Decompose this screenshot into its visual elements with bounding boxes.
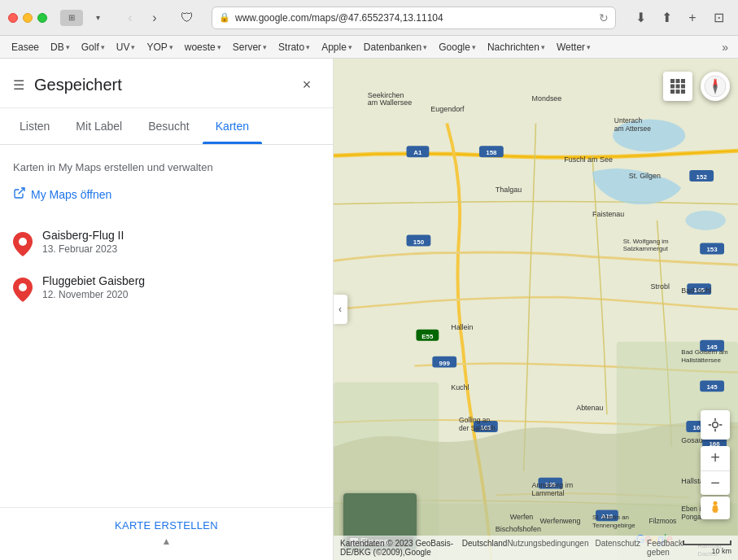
compass-icon: N xyxy=(704,75,727,98)
svg-rect-78 xyxy=(676,85,680,89)
bookmark-server-label: Server xyxy=(233,42,261,53)
svg-text:Golling an: Golling an xyxy=(459,416,490,424)
back-button[interactable]: ‹ xyxy=(119,7,142,29)
bookmark-easee-label: Easee xyxy=(11,42,39,53)
map-item-1-date: 13. Februar 2023 xyxy=(42,243,320,255)
address-bar[interactable]: 🔒 www.google.com/maps/@47.6552374,13.111… xyxy=(212,7,616,29)
svg-text:Bischofshofen: Bischofshofen xyxy=(496,525,541,533)
svg-text:A1: A1 xyxy=(413,149,422,156)
sidebar-tabs: Listen Mit Label Besucht Karten xyxy=(0,108,333,145)
sidebar-header: ☰ Gespeichert × xyxy=(0,59,333,108)
close-window-button[interactable] xyxy=(8,13,18,23)
svg-text:Thalgau: Thalgau xyxy=(496,186,522,194)
svg-text:158: 158 xyxy=(486,149,497,156)
bookmark-nachrichten[interactable]: Nachrichten ▾ xyxy=(483,40,550,55)
compass-button[interactable]: N xyxy=(701,72,730,101)
copyright-text: Kartendaten © 2023 GeoBasis-DE/BKG (©200… xyxy=(340,539,456,557)
bookmark-server[interactable]: Server ▾ xyxy=(228,40,272,55)
scale-text: 10 km xyxy=(711,547,731,555)
share-button[interactable]: ⬆ xyxy=(655,7,678,29)
terms-link[interactable]: Nutzungsbedingungen xyxy=(507,539,588,557)
bookmarks-bar: Easee DB ▾ Golf ▾ UV ▾ YOP ▾ woeste ▾ Se… xyxy=(0,36,738,59)
svg-text:152: 152 xyxy=(697,173,708,181)
tab-listen[interactable]: Listen xyxy=(7,108,63,144)
zoom-out-button[interactable]: − xyxy=(701,471,730,496)
bookmark-db[interactable]: DB ▾ xyxy=(46,40,75,55)
svg-rect-76 xyxy=(681,79,685,83)
tab-dropdown-icon[interactable]: ▾ xyxy=(86,7,109,29)
svg-text:Hallein: Hallein xyxy=(451,323,473,331)
sidebar-body: Karten in My Maps erstellen und verwalte… xyxy=(0,145,333,507)
bookmarks-overflow-button[interactable]: » xyxy=(718,39,731,55)
attribution-info: Kartendaten © 2023 GeoBasis-DE/BKG (©200… xyxy=(340,539,507,557)
minimize-window-button[interactable] xyxy=(23,13,33,23)
url-text: www.google.com/maps/@47.6552374,13.11104 xyxy=(235,12,594,24)
title-bar: ⊞ ▾ ‹ › 🛡 🔒 www.google.com/maps/@47.6552… xyxy=(0,0,738,36)
bookmark-easee[interactable]: Easee xyxy=(7,40,44,55)
bookmark-woeste[interactable]: woeste ▾ xyxy=(180,40,226,55)
bookmark-apple[interactable]: Apple ▾ xyxy=(317,40,357,55)
svg-text:Werfen: Werfen xyxy=(510,513,534,521)
tab-overview-icon[interactable]: ⊞ xyxy=(60,10,83,26)
svg-rect-80 xyxy=(670,90,675,94)
scale-line xyxy=(683,540,731,545)
map-pin-icon-2 xyxy=(13,278,33,302)
tab-besucht[interactable]: Besucht xyxy=(135,108,203,144)
svg-text:150: 150 xyxy=(413,238,425,246)
svg-text:N: N xyxy=(714,78,717,83)
pegman-button[interactable] xyxy=(701,497,730,519)
map-svg: A1 158 152 150 999 162 159 166 145 xyxy=(334,59,738,560)
bookmark-nachrichten-label: Nachrichten xyxy=(487,42,539,53)
privacy-link[interactable]: Datenschutz xyxy=(595,539,640,557)
zoom-in-button[interactable]: + xyxy=(701,446,730,470)
attribution-links: Nutzungsbedingungen Datenschutz Feedback… xyxy=(507,539,683,557)
new-tab-button[interactable]: + xyxy=(681,7,704,29)
feedback-link[interactable]: Feedback geben xyxy=(647,539,683,557)
pegman-icon xyxy=(707,500,723,516)
zoom-controls: + − xyxy=(701,446,730,495)
location-button[interactable] xyxy=(701,410,730,440)
tab-controls: ⊞ ▾ xyxy=(60,7,109,29)
my-maps-link[interactable]: My Maps öffnen xyxy=(13,186,320,203)
svg-point-2 xyxy=(19,283,27,291)
apps-grid-button[interactable] xyxy=(663,72,692,101)
bookmark-google[interactable]: Google ▾ xyxy=(434,40,481,55)
create-map-link[interactable]: KARTE ERSTELLEN xyxy=(115,519,218,532)
hamburger-icon[interactable]: ☰ xyxy=(13,77,24,93)
map-item-2[interactable]: Fluggebiet Gaisberg 12. November 2020 xyxy=(13,268,320,307)
tab-mit-label[interactable]: Mit Label xyxy=(63,108,135,144)
bookmark-datenbanken[interactable]: Datenbanken ▾ xyxy=(359,40,432,55)
bookmark-strato[interactable]: Strato ▾ xyxy=(273,40,315,55)
chevron-down-icon: ▾ xyxy=(169,43,173,51)
svg-text:Abtenau: Abtenau xyxy=(576,404,603,412)
tab-karten[interactable]: Karten xyxy=(203,108,262,144)
collapse-sidebar-button[interactable]: ‹ xyxy=(334,295,347,324)
bookmark-wetter[interactable]: Wetter ▾ xyxy=(552,40,596,55)
sidebar-title: Gespeichert xyxy=(34,76,294,94)
bookmark-uv[interactable]: UV ▾ xyxy=(111,40,141,55)
chevron-down-icon: ▾ xyxy=(306,43,310,51)
reload-icon[interactable]: ↻ xyxy=(599,11,609,24)
map-area[interactable]: A1 158 152 150 999 162 159 166 145 xyxy=(334,59,738,560)
svg-text:Werfenweng: Werfenweng xyxy=(539,517,580,525)
svg-rect-79 xyxy=(681,85,685,89)
nav-buttons: ‹ › xyxy=(119,7,166,29)
sidebar-button[interactable]: ⊡ xyxy=(707,7,730,29)
forward-button[interactable]: › xyxy=(143,7,166,29)
svg-text:Hallstättersee: Hallstättersee xyxy=(681,357,721,364)
chevron-down-icon: ▾ xyxy=(587,43,591,51)
bookmark-yop[interactable]: YOP ▾ xyxy=(142,40,177,55)
svg-text:153: 153 xyxy=(706,246,718,253)
map-item-1[interactable]: Gaisberg-Flug II 13. Februar 2023 xyxy=(13,222,320,261)
maximize-window-button[interactable] xyxy=(37,13,47,23)
bookmark-google-label: Google xyxy=(439,42,470,53)
bookmark-uv-label: UV xyxy=(116,42,130,53)
download-button[interactable]: ⬇ xyxy=(629,7,652,29)
chevron-down-icon: ▾ xyxy=(263,43,267,51)
svg-text:St. Wolfgang im: St. Wolfgang im xyxy=(623,238,669,245)
svg-text:St. Martin an: St. Martin an xyxy=(592,514,629,521)
shield-icon[interactable]: 🛡 xyxy=(176,7,199,29)
close-sidebar-button[interactable]: × xyxy=(294,72,320,98)
svg-text:999: 999 xyxy=(439,360,451,367)
bookmark-golf[interactable]: Golf ▾ xyxy=(76,40,110,55)
